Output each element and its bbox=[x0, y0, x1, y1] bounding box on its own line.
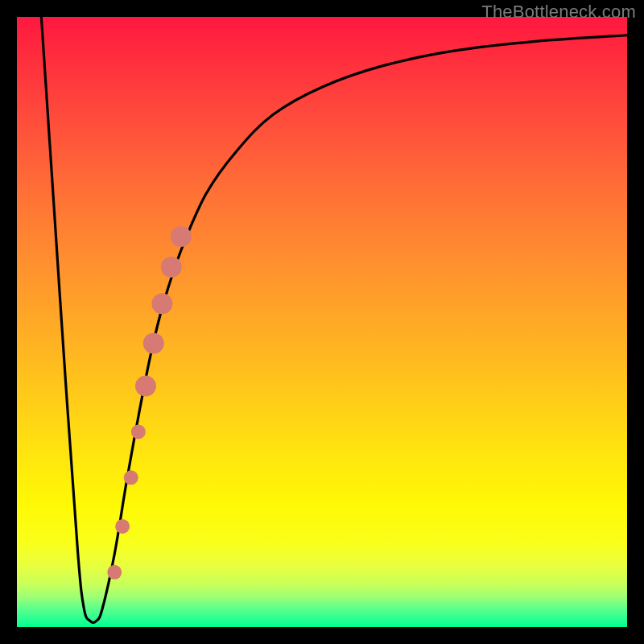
data-marker bbox=[115, 519, 130, 534]
data-marker bbox=[161, 257, 182, 278]
curve-group bbox=[41, 17, 627, 622]
data-marker bbox=[151, 293, 172, 314]
data-marker bbox=[131, 424, 146, 439]
plot-area bbox=[17, 17, 627, 627]
data-marker bbox=[143, 333, 164, 354]
data-marker bbox=[107, 565, 122, 580]
data-marker bbox=[171, 226, 192, 247]
marker-group bbox=[107, 226, 192, 580]
watermark-text: TheBottleneck.com bbox=[481, 2, 636, 23]
data-marker bbox=[124, 470, 138, 485]
bottleneck-curve bbox=[41, 17, 627, 622]
chart-svg bbox=[17, 17, 627, 627]
chart-frame: TheBottleneck.com bbox=[0, 0, 644, 644]
data-marker bbox=[135, 376, 156, 397]
